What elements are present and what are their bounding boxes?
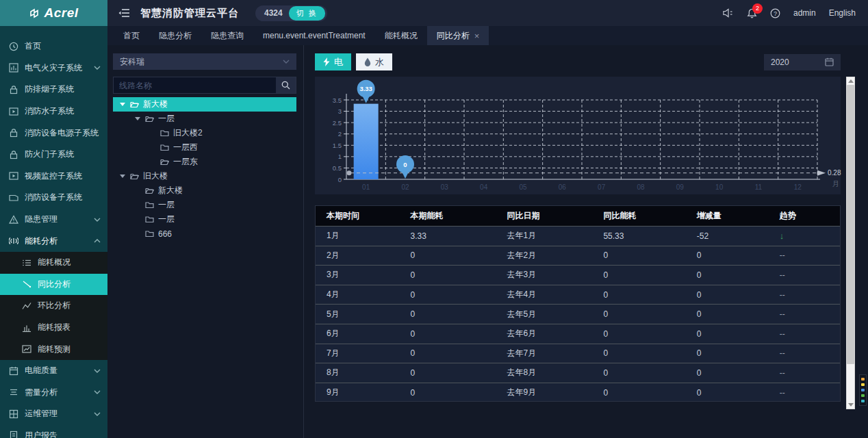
language-switch[interactable]: English <box>829 8 856 18</box>
warning-icon <box>9 215 18 224</box>
vertical-scrollbar[interactable] <box>846 77 855 409</box>
table-body: 1月3.33去年1月55.33-52↓2月0去年2月00--3月0去年3月00-… <box>316 226 840 402</box>
sidebar-item-能耗分析[interactable]: 能耗分析 <box>0 230 107 252</box>
scroll-up-icon[interactable] <box>848 79 854 83</box>
menu-item-label: 用户报告 <box>25 430 58 438</box>
tab-label: 隐患分析 <box>159 30 192 42</box>
tree-node-666[interactable]: 666 <box>113 227 296 241</box>
tree-node-一层东[interactable]: 一层东 <box>113 155 296 169</box>
search-button[interactable] <box>276 77 296 93</box>
table-header: 本期时间本期能耗同比日期同比能耗增减量趋势 <box>316 206 840 226</box>
sidebar-item-消防设备电源子系统[interactable]: 消防设备电源子系统 <box>0 122 107 144</box>
tree-node-一层西[interactable]: 一层西 <box>113 140 296 155</box>
folder-closed-icon <box>145 201 154 209</box>
table-row: 3月0去年3月00-- <box>316 265 840 285</box>
submenu-item-能耗概况[interactable]: 能耗概况 <box>0 252 107 274</box>
switch-button[interactable]: 切 换 <box>289 6 325 21</box>
help-icon[interactable]: ? <box>770 8 780 18</box>
tree-node-一层[interactable]: 一层 <box>113 198 296 212</box>
sound-icon[interactable] <box>723 8 734 18</box>
tree-node-新大楼[interactable]: 新大楼 <box>113 183 296 198</box>
table-cell: -- <box>769 348 840 358</box>
caret-down-icon[interactable] <box>120 103 125 106</box>
sidebar-item-视频监控子系统[interactable]: 视频监控子系统 <box>0 166 107 188</box>
sidebar-item-隐患管理[interactable]: 隐患管理 <box>0 209 107 231</box>
tree-node-一层[interactable]: 一层 <box>113 212 296 227</box>
tree-node-新大楼[interactable]: 新大楼 <box>113 97 296 112</box>
sidebar-item-用户报告[interactable]: 用户报告 <box>0 425 107 438</box>
menu-item-label: 首页 <box>25 40 41 52</box>
tab-同比分析[interactable]: 同比分析× <box>427 26 489 45</box>
submenu-item-环比分析[interactable]: 环比分析 <box>0 295 107 317</box>
project-pill: 4324 切 换 <box>255 5 327 21</box>
table-cell: 去年3月 <box>496 269 592 281</box>
svg-text:09: 09 <box>676 183 685 191</box>
scrollbar-thumb[interactable] <box>847 85 854 364</box>
trend-none: -- <box>780 290 785 300</box>
sidebar-item-电气火灾子系统[interactable]: 电气火灾子系统 <box>0 57 107 79</box>
table-cell: 3月 <box>316 269 400 281</box>
table-cell: 去年4月 <box>496 289 592 300</box>
org-select[interactable]: 安科瑞 <box>113 53 296 70</box>
search-input[interactable] <box>114 77 276 93</box>
tab-menu.event.eventTreatment[interactable]: menu.event.eventTreatment <box>253 26 375 45</box>
tab-首页[interactable]: 首页 <box>114 26 149 45</box>
notification-badge: 2 <box>752 3 763 14</box>
svg-text:2.5: 2.5 <box>333 119 342 127</box>
org-select-value: 安科瑞 <box>120 56 144 68</box>
tree-node-旧大楼[interactable]: 旧大楼 <box>113 169 296 183</box>
tree-node-label: 新大楼 <box>158 185 183 196</box>
table-cell: -- <box>769 388 840 398</box>
submenu-item-能耗预测[interactable]: 能耗预测 <box>0 338 107 360</box>
column-header-本期时间: 本期时间 <box>316 210 400 222</box>
tree-node-一层[interactable]: 一层 <box>113 112 296 126</box>
table-cell: -- <box>769 270 840 280</box>
collapse-menu-icon[interactable] <box>118 8 129 18</box>
caret-down-icon[interactable] <box>135 117 140 120</box>
sidebar-item-防排烟子系统[interactable]: 防排烟子系统 <box>0 79 107 101</box>
electric-toggle-button[interactable]: 电 <box>315 53 351 70</box>
video-icon <box>9 107 18 116</box>
table-cell: -- <box>769 329 840 339</box>
table-cell: 0 <box>592 250 685 260</box>
table-cell: 0 <box>592 290 685 300</box>
table-cell: 0 <box>400 270 496 280</box>
bell-icon[interactable]: 2 <box>747 8 757 18</box>
submenu-能耗分析: 能耗概况同比分析环比分析能耗报表能耗预测 <box>0 252 107 360</box>
chevron-down-icon <box>283 60 290 64</box>
sidebar-item-防火门子系统[interactable]: 防火门子系统 <box>0 144 107 166</box>
sidebar-item-消防设备子系统[interactable]: 消防设备子系统 <box>0 187 107 209</box>
sidebar-item-消防水子系统[interactable]: 消防水子系统 <box>0 101 107 123</box>
caret-down-icon[interactable] <box>120 175 125 178</box>
chevron-up-icon <box>94 239 101 243</box>
bolt-icon <box>323 57 330 66</box>
sidebar-item-运维管理[interactable]: 运维管理 <box>0 403 107 425</box>
tab-隐患查询[interactable]: 隐患查询 <box>201 26 253 45</box>
tab-隐患分析[interactable]: 隐患分析 <box>149 26 201 45</box>
user-menu[interactable]: admin <box>793 8 816 18</box>
table-cell: -- <box>769 309 840 319</box>
tree-node-旧大楼2[interactable]: 旧大楼2 <box>113 126 296 140</box>
menu-item-label: 消防设备子系统 <box>25 192 82 203</box>
close-tab-icon[interactable]: × <box>474 31 480 40</box>
menu-item-label: 电气火灾子系统 <box>25 62 82 74</box>
tab-能耗概况[interactable]: 能耗概况 <box>375 26 427 45</box>
trend-icon <box>22 279 31 289</box>
sidebar-item-电能质量[interactable]: 电能质量 <box>0 360 107 382</box>
year-picker[interactable]: 2020 <box>764 54 841 70</box>
trend-down-icon: ↓ <box>780 231 784 241</box>
water-toggle-button[interactable]: 水 <box>356 53 392 70</box>
menu-item-label: 能耗预测 <box>38 344 71 355</box>
submenu-item-能耗报表[interactable]: 能耗报表 <box>0 317 107 339</box>
table-cell: 2月 <box>316 250 400 261</box>
folder-closed-icon <box>145 230 154 237</box>
sidebar-item-需量分析[interactable]: 需量分析 <box>0 382 107 404</box>
svg-text:12: 12 <box>794 183 802 191</box>
energy-icon <box>9 236 18 246</box>
submenu-item-同比分析[interactable]: 同比分析 <box>0 274 107 296</box>
sidebar-item-首页[interactable]: 首页 <box>0 36 107 57</box>
table-cell: 去年9月 <box>496 387 592 398</box>
menu-item-label: 环比分析 <box>38 300 71 311</box>
table-cell: 0 <box>592 309 685 319</box>
scroll-down-icon[interactable] <box>848 403 854 407</box>
